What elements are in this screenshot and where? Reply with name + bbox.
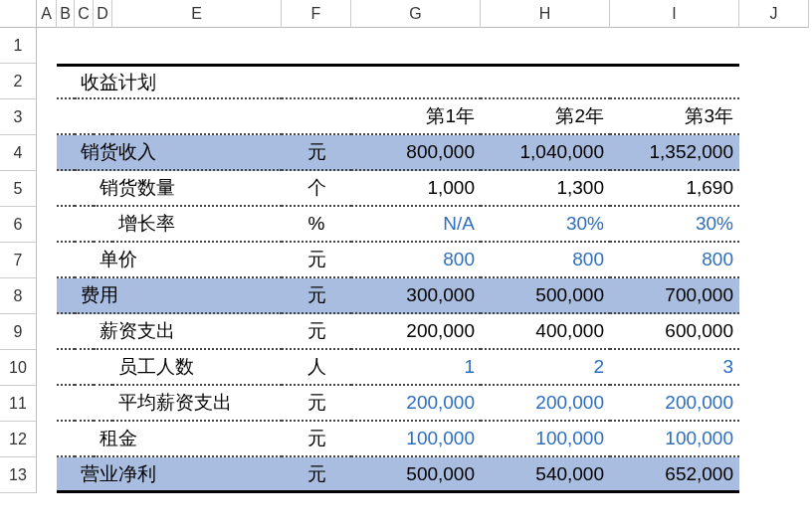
unit-price-y2[interactable]: 800 <box>481 243 610 278</box>
cell[interactable] <box>37 350 57 386</box>
cell[interactable] <box>739 135 809 171</box>
row-header-9[interactable]: 9 <box>0 314 37 350</box>
cell[interactable] <box>282 99 351 135</box>
cell[interactable] <box>57 135 75 171</box>
avg-salary-y3[interactable]: 200,000 <box>610 386 739 422</box>
cell[interactable] <box>610 64 739 99</box>
cell[interactable] <box>739 386 809 422</box>
col-header-E[interactable]: E <box>112 0 282 28</box>
cell[interactable] <box>739 171 809 207</box>
sales-qty-label[interactable]: 销货数量 <box>94 171 282 207</box>
salary-y3[interactable]: 600,000 <box>610 314 739 350</box>
sales-qty-y2[interactable]: 1,300 <box>481 171 610 207</box>
rent-label[interactable]: 租金 <box>94 422 282 457</box>
cell[interactable] <box>75 99 94 135</box>
cell[interactable] <box>57 28 75 64</box>
cell[interactable] <box>94 28 112 64</box>
cell[interactable] <box>57 422 75 457</box>
cell[interactable] <box>739 243 809 278</box>
net-y1[interactable]: 500,000 <box>351 457 481 493</box>
headcount-y3[interactable]: 3 <box>610 350 739 386</box>
sales-revenue-y3[interactable]: 1,352,000 <box>610 135 739 171</box>
cell[interactable] <box>610 28 739 64</box>
headcount-unit[interactable]: 人 <box>282 350 351 386</box>
cell[interactable] <box>351 28 481 64</box>
cell[interactable] <box>739 64 809 99</box>
cell[interactable] <box>57 99 75 135</box>
net-y3[interactable]: 652,000 <box>610 457 739 493</box>
cell[interactable] <box>57 207 75 243</box>
row-header-1[interactable]: 1 <box>0 28 37 64</box>
sales-revenue-y1[interactable]: 800,000 <box>351 135 481 171</box>
cell[interactable] <box>282 64 351 99</box>
row-header-6[interactable]: 6 <box>0 207 37 243</box>
cell[interactable] <box>75 350 94 386</box>
cell[interactable] <box>37 207 57 243</box>
salary-y1[interactable]: 200,000 <box>351 314 481 350</box>
rent-y2[interactable]: 100,000 <box>481 422 610 457</box>
unit-price-label[interactable]: 单价 <box>94 243 282 278</box>
cell[interactable] <box>75 314 94 350</box>
cell[interactable] <box>94 99 112 135</box>
sales-qty-y3[interactable]: 1,690 <box>610 171 739 207</box>
cell[interactable] <box>94 386 112 422</box>
row-header-8[interactable]: 8 <box>0 278 37 314</box>
rent-y3[interactable]: 100,000 <box>610 422 739 457</box>
cell[interactable] <box>112 28 282 64</box>
cell[interactable] <box>75 207 94 243</box>
growth-y3[interactable]: 30% <box>610 207 739 243</box>
cell[interactable] <box>37 99 57 135</box>
cell[interactable] <box>112 99 282 135</box>
unit-price-y3[interactable]: 800 <box>610 243 739 278</box>
net-y2[interactable]: 540,000 <box>481 457 610 493</box>
avg-salary-unit[interactable]: 元 <box>282 386 351 422</box>
net-unit[interactable]: 元 <box>282 457 351 493</box>
salary-label[interactable]: 薪资支出 <box>94 314 282 350</box>
col-header-B[interactable]: B <box>57 0 75 28</box>
year3-header[interactable]: 第3年 <box>610 99 739 135</box>
cell[interactable] <box>739 457 809 493</box>
row-header-12[interactable]: 12 <box>0 422 37 457</box>
headcount-y1[interactable]: 1 <box>351 350 481 386</box>
sales-qty-unit[interactable]: 个 <box>282 171 351 207</box>
unit-price-unit[interactable]: 元 <box>282 243 351 278</box>
expenses-unit[interactable]: 元 <box>282 278 351 314</box>
cell[interactable] <box>57 386 75 422</box>
col-header-C[interactable]: C <box>75 0 94 28</box>
cell[interactable] <box>75 171 94 207</box>
cell[interactable] <box>351 64 481 99</box>
growth-y2[interactable]: 30% <box>481 207 610 243</box>
cell[interactable] <box>37 135 57 171</box>
cell[interactable] <box>739 278 809 314</box>
expenses-y1[interactable]: 300,000 <box>351 278 481 314</box>
cell[interactable] <box>75 422 94 457</box>
sales-qty-y1[interactable]: 1,000 <box>351 171 481 207</box>
sales-revenue-y2[interactable]: 1,040,000 <box>481 135 610 171</box>
growth-y1[interactable]: N/A <box>351 207 481 243</box>
row-header-2[interactable]: 2 <box>0 64 37 99</box>
cell[interactable] <box>57 314 75 350</box>
cell[interactable] <box>57 457 75 493</box>
col-header-J[interactable]: J <box>739 0 809 28</box>
rent-unit[interactable]: 元 <box>282 422 351 457</box>
avg-salary-y1[interactable]: 200,000 <box>351 386 481 422</box>
growth-unit[interactable]: % <box>282 207 351 243</box>
col-header-D[interactable]: D <box>94 0 112 28</box>
cell[interactable] <box>481 64 610 99</box>
row-header-3[interactable]: 3 <box>0 99 37 135</box>
cell[interactable] <box>75 28 94 64</box>
row-header-11[interactable]: 11 <box>0 386 37 422</box>
title-cell[interactable]: 收益计划 <box>75 64 282 99</box>
cell[interactable] <box>37 64 57 99</box>
salary-y2[interactable]: 400,000 <box>481 314 610 350</box>
col-header-F[interactable]: F <box>282 0 351 28</box>
select-all-corner[interactable] <box>0 0 37 28</box>
headcount-y2[interactable]: 2 <box>481 350 610 386</box>
growth-label[interactable]: 增长率 <box>112 207 282 243</box>
cell[interactable] <box>481 28 610 64</box>
row-header-5[interactable]: 5 <box>0 171 37 207</box>
cell[interactable] <box>37 314 57 350</box>
cell[interactable] <box>37 28 57 64</box>
cell[interactable] <box>94 350 112 386</box>
cell[interactable] <box>739 350 809 386</box>
